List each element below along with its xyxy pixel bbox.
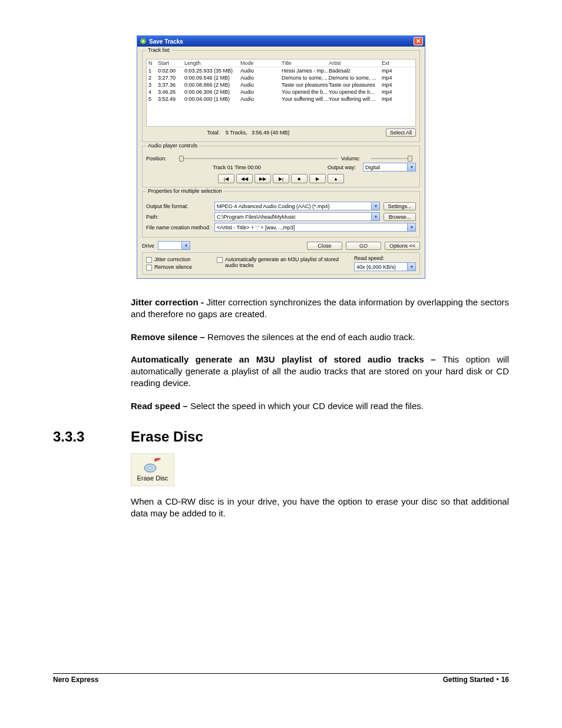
- cell-artist: You opened the b...: [329, 89, 382, 95]
- fast-forward-button[interactable]: ▶▶: [254, 174, 271, 183]
- cell-ext: mp4: [382, 89, 402, 95]
- cell-length: 0:00.08.866 (2 MB): [184, 82, 240, 88]
- chevron-down-icon: ▾: [407, 223, 415, 231]
- footer-right: Getting Started•16: [443, 676, 509, 684]
- cell-artist: Demons to some, ...: [329, 75, 382, 81]
- col-artist[interactable]: Artist: [329, 60, 382, 66]
- cell-artist: Your suffering will ...: [329, 96, 382, 102]
- cell-n: 2: [148, 75, 158, 81]
- cell-artist: Badesalz: [329, 68, 382, 74]
- cell-start: 3:37.36: [158, 82, 184, 88]
- close-icon: ✕: [416, 38, 421, 44]
- close-button[interactable]: Close: [307, 242, 342, 250]
- para-jitter: Jitter correction - Jitter correction sy…: [131, 297, 509, 321]
- bold-read: Read speed –: [131, 401, 190, 411]
- tracklist-table[interactable]: N Start Length Mode Title Artist Ext 10:…: [146, 59, 416, 127]
- position-slider[interactable]: [179, 158, 338, 159]
- table-row[interactable]: 43:46.260:00.06.306 (2 MB)AudioYou opene…: [147, 88, 415, 95]
- stop-button[interactable]: ■: [291, 174, 308, 183]
- path-dropdown[interactable]: C:\Program Files\Ahead\MyMusic ▾: [214, 212, 380, 221]
- audio-controls-legend: Audio player controls: [146, 143, 199, 149]
- filename-method-dropdown[interactable]: <Artist - Title> + '.' + [wav, ..,mp3] ▾: [214, 223, 416, 232]
- table-row[interactable]: 23:27.700:00.09.546 (2 MB)AudioDemons to…: [147, 74, 415, 81]
- titlebar[interactable]: Save Tracks ✕: [137, 36, 425, 47]
- section-title: Erase Disc: [131, 429, 203, 445]
- svg-point-1: [142, 40, 144, 42]
- table-row[interactable]: 10:02.000:03.25.933 (35 MB)AudioHessi Ja…: [147, 67, 415, 74]
- properties-legend: Properties for multiple selection: [146, 188, 224, 194]
- bold-remove: Remove silence –: [131, 332, 207, 342]
- browse-button[interactable]: Browse...: [384, 213, 416, 221]
- cell-mode: Audio: [240, 82, 282, 88]
- filename-method-value: <Artist - Title> + '.' + [wav, ..,mp3]: [217, 225, 407, 230]
- window-close-button[interactable]: ✕: [414, 37, 423, 45]
- jitter-correction-checkbox[interactable]: Jitter correction: [146, 256, 211, 263]
- cell-length: 0:00.06.306 (2 MB): [184, 89, 240, 95]
- remove-silence-label: Remove silence: [154, 264, 192, 270]
- go-button[interactable]: GO: [346, 242, 381, 250]
- bold-jitter: Jitter correction -: [131, 297, 207, 307]
- cell-ext: mp4: [382, 82, 402, 88]
- col-mode[interactable]: Mode: [240, 60, 282, 66]
- text-read: Select the speed in which your CD device…: [190, 401, 424, 411]
- col-n[interactable]: N: [148, 60, 158, 66]
- chevron-down-icon: ▾: [181, 242, 190, 249]
- document-body: Jitter correction - Jitter correction sy…: [131, 297, 509, 412]
- audio-controls-fieldset: Audio player controls Position: Volume: …: [142, 146, 420, 187]
- select-all-button[interactable]: Select All: [386, 129, 416, 137]
- cell-start: 3:27.70: [158, 75, 184, 81]
- cell-title: Your suffering will ...: [282, 96, 329, 102]
- skip-fwd-button[interactable]: ▶|: [273, 174, 289, 183]
- svg-rect-4: [154, 458, 161, 462]
- output-way-dropdown[interactable]: Digital ▾: [363, 163, 416, 172]
- settings-button[interactable]: Settings...: [384, 202, 416, 210]
- cell-mode: Audio: [240, 75, 282, 81]
- filename-method-label: File name creation method:: [146, 225, 211, 230]
- table-row[interactable]: 33:37.360:00.08.866 (2 MB)AudioTaste our…: [147, 81, 415, 88]
- read-speed-value: 40x (6,000 KB/s): [356, 264, 407, 270]
- position-label: Position:: [146, 156, 176, 162]
- para-remove-silence: Remove silence – Removes the silences at…: [131, 331, 509, 343]
- col-start[interactable]: Start: [158, 60, 184, 66]
- output-format-dropdown[interactable]: MPEG-4 Advanced Audio Coding (AAC) (*.mp…: [214, 202, 380, 210]
- tracklist-legend: Track list:: [146, 47, 172, 53]
- cell-start: 3:46.26: [158, 89, 184, 95]
- volume-slider[interactable]: [371, 158, 412, 159]
- cell-start: 3:52.49: [158, 96, 184, 102]
- cell-artist: Taste our pleasures: [329, 82, 382, 88]
- cell-mode: Audio: [240, 96, 282, 102]
- cell-ext: mp4: [382, 96, 402, 102]
- tracklist-fieldset: Track list: N Start Length Mode Title Ar…: [142, 50, 420, 142]
- cell-ext: mp4: [382, 75, 402, 81]
- col-length[interactable]: Length: [184, 60, 240, 66]
- options-button[interactable]: Options <<: [385, 242, 420, 250]
- col-ext[interactable]: Ext: [382, 60, 402, 66]
- auto-m3u-checkbox[interactable]: Automatically generate an M3U playlist o…: [217, 256, 348, 268]
- eject-button[interactable]: ▲: [328, 174, 344, 183]
- play-button[interactable]: ▶: [309, 174, 326, 183]
- chevron-down-icon: ▾: [407, 163, 415, 171]
- drive-label: Drive: [142, 243, 154, 249]
- output-format-value: MPEG-4 Advanced Audio Coding (AAC) (*.mp…: [217, 203, 371, 209]
- remove-silence-checkbox[interactable]: Remove silence: [146, 264, 211, 271]
- skip-back-button[interactable]: |◀: [218, 174, 234, 183]
- svg-point-3: [148, 467, 152, 469]
- read-speed-dropdown[interactable]: 40x (6,000 KB/s) ▾: [354, 262, 416, 271]
- cell-title: Taste our pleasures: [282, 82, 329, 88]
- drive-dropdown[interactable]: ▾: [158, 241, 190, 250]
- footer-left: Nero Express: [53, 676, 98, 684]
- save-tracks-dialog: Save Tracks ✕ Track list: N Start Length…: [137, 35, 425, 279]
- chevron-down-icon: ▾: [371, 202, 379, 210]
- erase-disc-icon: [144, 458, 161, 473]
- rewind-button[interactable]: ◀◀: [236, 174, 253, 183]
- footer-section: Getting Started: [443, 676, 494, 684]
- section-heading: 3.3.3 Erase Disc: [53, 429, 509, 445]
- page-footer: Nero Express Getting Started•16: [53, 673, 509, 684]
- col-title[interactable]: Title: [282, 60, 329, 66]
- erase-disc-icon-label: Erase Disc: [137, 475, 168, 482]
- text-remove: Removes the silences at the end of each …: [207, 332, 415, 342]
- table-row[interactable]: 53:52.490:00.04.000 (1 MB)AudioYour suff…: [147, 95, 415, 103]
- erase-disc-icon-box: Erase Disc: [131, 453, 174, 486]
- cell-length: 0:03.25.933 (35 MB): [184, 68, 240, 74]
- jitter-label: Jitter correction: [154, 256, 191, 262]
